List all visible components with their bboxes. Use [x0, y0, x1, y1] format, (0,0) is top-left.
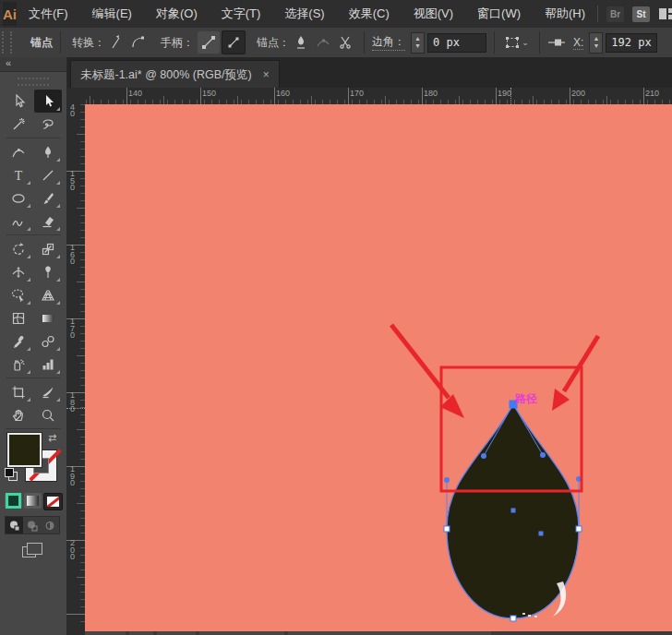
puppet-warp-tool[interactable] — [34, 260, 62, 283]
tab-close-icon[interactable]: × — [263, 68, 270, 81]
curvature-icon — [11, 145, 26, 160]
bridge-icon[interactable]: Br — [606, 6, 624, 22]
draw-behind-button[interactable] — [23, 517, 41, 533]
status-segment — [288, 631, 491, 635]
color-button[interactable] — [5, 493, 22, 509]
stepper-down-icon[interactable]: ▼ — [593, 42, 599, 50]
zoom-magnifier-icon — [41, 408, 55, 423]
column-graph-tool[interactable] — [34, 353, 62, 376]
ruler-label: 160 — [276, 89, 290, 98]
shaper-tool[interactable] — [5, 210, 32, 233]
options-separator — [364, 31, 365, 54]
zoom-tool[interactable] — [34, 403, 62, 426]
pen-tool[interactable] — [34, 140, 62, 163]
hand-tool[interactable] — [5, 403, 32, 426]
reference-point-icon[interactable] — [547, 37, 566, 48]
paintbrush-tool[interactable] — [34, 186, 62, 210]
corner-stepper[interactable]: ▲ ▼ — [411, 32, 425, 54]
panel-collapse-button[interactable]: « — [0, 57, 66, 72]
workspace-switcher-icon[interactable] — [658, 7, 672, 20]
ellipse-tool[interactable] — [5, 186, 32, 210]
chevron-down-icon[interactable]: ⌄ — [522, 38, 529, 47]
type-tool[interactable]: T — [5, 163, 32, 186]
direct-selection-tool[interactable] — [34, 90, 62, 113]
none-swatch-icon — [47, 497, 59, 507]
menu-type[interactable]: 文字(T) — [210, 0, 273, 28]
eyedropper-tool[interactable] — [5, 329, 32, 353]
x-stepper[interactable]: ▲ ▼ — [589, 32, 603, 54]
default-fill-stroke-icon[interactable] — [5, 468, 16, 479]
hand-icon — [11, 408, 26, 423]
line-segment-tool[interactable] — [34, 163, 62, 186]
swap-fill-stroke-icon[interactable]: ⇄ — [48, 432, 56, 444]
lasso-icon — [41, 117, 55, 132]
selection-tool[interactable] — [5, 90, 32, 113]
draw-behind-icon — [26, 520, 39, 532]
show-handles-button[interactable] — [198, 31, 220, 54]
options-grip[interactable] — [2, 31, 12, 54]
menu-select[interactable]: 选择(S) — [272, 0, 336, 28]
perspective-grid-icon — [41, 288, 55, 303]
slice-tool[interactable] — [34, 380, 62, 403]
shaper-icon — [11, 214, 26, 229]
menu-window[interactable]: 窗口(W) — [465, 0, 533, 28]
ruler-label: 160 — [70, 245, 77, 266]
corner-label[interactable]: 边角： — [372, 34, 405, 51]
curvature-tool[interactable] — [5, 140, 32, 163]
gradient-tool[interactable] — [34, 306, 62, 329]
lasso-tool[interactable] — [34, 113, 62, 136]
menu-effect[interactable]: 效果(C) — [337, 0, 402, 28]
symbol-sprayer-tool[interactable] — [5, 353, 32, 376]
draw-normal-button[interactable] — [6, 517, 23, 533]
ruler-label: 200 — [70, 540, 77, 561]
blend-tool[interactable] — [34, 329, 62, 353]
shape-builder-tool[interactable] — [5, 283, 32, 306]
menubar-separator — [597, 6, 598, 22]
perspective-grid-tool[interactable] — [34, 283, 62, 306]
artboard-tool[interactable] — [5, 380, 32, 403]
screen-mode-button[interactable] — [22, 543, 42, 557]
stepper-up-icon[interactable]: ▲ — [593, 35, 599, 42]
cut-path-button[interactable] — [334, 31, 356, 54]
hide-handles-button[interactable] — [222, 30, 246, 54]
remove-anchor-button[interactable] — [290, 31, 312, 54]
rotate-tool[interactable] — [5, 237, 32, 260]
menu-edit[interactable]: 编辑(E) — [80, 0, 144, 28]
eraser-tool[interactable] — [34, 210, 62, 233]
width-tool[interactable] — [5, 260, 32, 283]
ruler-corner[interactable] — [66, 88, 86, 105]
vertical-ruler[interactable]: 140 150 160 170 180 190 200 — [66, 104, 85, 635]
horizontal-ruler[interactable]: 140 150 160 170 180 190 200 210 — [85, 88, 672, 104]
stepper-up-icon[interactable]: ▲ — [414, 35, 421, 42]
stepper-down-icon[interactable]: ▼ — [414, 42, 421, 50]
artboard-canvas[interactable]: 路径 — [85, 104, 672, 631]
document-tab[interactable]: 未标题-1.ai* @ 800% (RGB/预览) × — [70, 60, 280, 89]
scale-tool[interactable] — [34, 237, 62, 260]
menu-view[interactable]: 视图(V) — [402, 0, 465, 28]
none-button[interactable] — [43, 493, 63, 510]
ruler-label: 150 — [202, 89, 216, 98]
corner-value-field[interactable] — [427, 33, 486, 53]
ruler-label: 190 — [70, 466, 77, 487]
menu-help[interactable]: 帮助(H) — [533, 0, 597, 28]
pen-icon — [41, 145, 55, 160]
tool-panel: « — [0, 57, 67, 635]
bounding-box-button[interactable]: ⌄ — [502, 31, 532, 54]
convert-to-corner-button[interactable] — [105, 31, 127, 54]
convert-to-smooth-button[interactable] — [127, 31, 150, 54]
stock-icon[interactable]: St — [632, 6, 650, 22]
smooth-anchor-button-disabled — [312, 31, 334, 54]
gradient-icon — [41, 311, 55, 326]
fill-color-swatch[interactable] — [7, 433, 42, 467]
draw-inside-button[interactable] — [42, 517, 59, 533]
tool-panel-grip[interactable] — [18, 78, 49, 86]
magic-wand-tool[interactable] — [5, 113, 32, 136]
menu-file[interactable]: 文件(F) — [17, 0, 80, 28]
column-graph-icon — [41, 357, 55, 372]
gradient-button[interactable] — [24, 493, 42, 509]
anchor-panel-label: 锚点 — [30, 35, 53, 51]
menu-object[interactable]: 对象(O) — [144, 0, 210, 28]
mesh-tool[interactable] — [5, 306, 32, 329]
x-value-field[interactable] — [606, 33, 657, 53]
ruler-label: 170 — [70, 318, 77, 340]
